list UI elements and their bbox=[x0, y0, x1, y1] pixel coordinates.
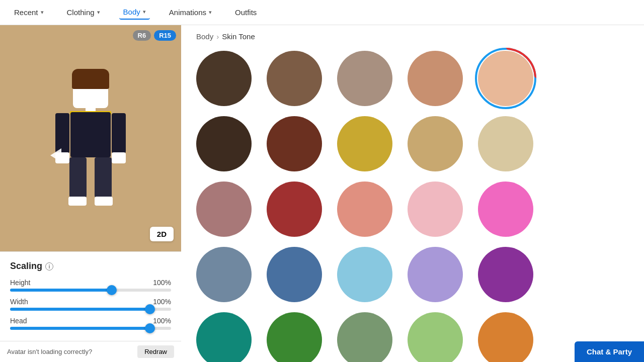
nav-body[interactable]: Body ▾ bbox=[119, 5, 150, 20]
skin-tone-swatch-dark-brown2[interactable] bbox=[196, 116, 252, 171]
chevron-down-icon: ▾ bbox=[143, 9, 146, 15]
avatar-badges: R6 R15 bbox=[133, 30, 176, 41]
main-content: R6 R15 2D bbox=[0, 25, 644, 362]
skin-tone-swatch-peach[interactable] bbox=[478, 51, 533, 106]
head-slider-thumb bbox=[145, 323, 155, 333]
skin-tone-swatch-orange[interactable] bbox=[478, 312, 533, 362]
head-slider-fill bbox=[10, 327, 150, 330]
skin-tone-swatch-medium-brown[interactable] bbox=[267, 51, 322, 106]
skin-tone-swatch-reddish-brown[interactable] bbox=[267, 116, 322, 171]
avatar-foot-right bbox=[95, 197, 113, 206]
skin-tone-swatch-gold[interactable] bbox=[337, 116, 392, 171]
redraw-button[interactable]: Redraw bbox=[137, 345, 174, 358]
skin-tone-swatch-light-tan[interactable] bbox=[478, 116, 533, 171]
avatar-panel: R6 R15 2D bbox=[0, 25, 181, 362]
avatar-hand-right bbox=[112, 152, 126, 163]
skin-tone-swatch-red[interactable] bbox=[267, 182, 322, 237]
head-slider-row: Head 100% bbox=[10, 317, 171, 330]
skin-tone-swatch-dark-brown[interactable] bbox=[196, 51, 252, 106]
skin-tone-swatch-tan2[interactable] bbox=[408, 116, 463, 171]
avatar-arm-left bbox=[55, 113, 69, 153]
avatar-leg-right bbox=[95, 157, 112, 198]
width-slider-thumb bbox=[145, 304, 155, 314]
height-slider-fill bbox=[10, 289, 112, 292]
height-label: Height bbox=[10, 279, 30, 287]
width-slider-fill bbox=[10, 308, 150, 311]
rotate-arrow-icon bbox=[50, 148, 61, 162]
skin-tone-swatch-green[interactable] bbox=[267, 312, 322, 362]
skin-tone-swatch-steel-blue[interactable] bbox=[267, 247, 322, 302]
width-slider-track[interactable] bbox=[10, 308, 171, 311]
avatar-error-text: Avatar isn't loading correctly? bbox=[7, 348, 92, 355]
avatar-character bbox=[50, 73, 131, 214]
scaling-title: Scaling i bbox=[10, 261, 171, 272]
info-icon[interactable]: i bbox=[45, 262, 53, 270]
right-panel: Body › Skin Tone bbox=[181, 25, 644, 362]
height-value: 100% bbox=[153, 279, 171, 287]
nav-recent[interactable]: Recent ▾ bbox=[10, 6, 48, 19]
skin-tone-swatch-light-pink[interactable] bbox=[408, 182, 463, 237]
skin-tone-swatch-lavender[interactable] bbox=[408, 247, 463, 302]
avatar-leg-left bbox=[69, 157, 87, 198]
chevron-down-icon: ▾ bbox=[209, 9, 212, 16]
skin-tone-swatch-gray-blue[interactable] bbox=[196, 247, 252, 302]
nav-clothing[interactable]: Clothing ▾ bbox=[63, 6, 104, 19]
skin-tone-swatch-salmon[interactable] bbox=[337, 182, 392, 237]
avatar-viewport[interactable]: 2D bbox=[0, 25, 181, 251]
height-slider-track[interactable] bbox=[10, 289, 171, 292]
skin-tone-swatch-mauve[interactable] bbox=[196, 182, 252, 237]
skin-tone-swatch-tan[interactable] bbox=[408, 51, 463, 106]
skin-tone-swatch-sage[interactable] bbox=[337, 312, 392, 362]
breadcrumb: Body › Skin Tone bbox=[181, 25, 644, 46]
chat-party-button[interactable]: Chat & Party bbox=[575, 341, 644, 362]
head-slider-track[interactable] bbox=[10, 327, 171, 330]
width-label: Width bbox=[10, 298, 28, 306]
skin-tone-swatch-light-blue[interactable] bbox=[337, 247, 392, 302]
skin-tone-grid bbox=[181, 46, 644, 362]
skin-tone-swatch-hot-pink[interactable] bbox=[478, 182, 533, 237]
chevron-down-icon: ▾ bbox=[97, 9, 100, 16]
badge-r15[interactable]: R15 bbox=[154, 30, 176, 41]
height-slider-thumb bbox=[107, 285, 117, 295]
width-slider-row: Width 100% bbox=[10, 298, 171, 311]
avatar-foot-left bbox=[68, 197, 87, 206]
height-slider-row: Height 100% bbox=[10, 279, 171, 292]
breadcrumb-parent[interactable]: Body bbox=[196, 32, 213, 41]
chevron-down-icon: ▾ bbox=[41, 9, 44, 16]
skin-tone-swatch-gray-beige[interactable] bbox=[337, 51, 392, 106]
nav-animations[interactable]: Animations ▾ bbox=[165, 6, 216, 19]
top-navigation: Recent ▾ Clothing ▾ Body ▾ Animations ▾ … bbox=[0, 0, 644, 25]
width-value: 100% bbox=[153, 298, 171, 306]
head-label: Head bbox=[10, 317, 27, 325]
scaling-section: Scaling i Height 100% Width 100% bbox=[0, 251, 181, 341]
breadcrumb-current: Skin Tone bbox=[222, 32, 255, 41]
badge-r6[interactable]: R6 bbox=[133, 30, 151, 41]
avatar-arm-right bbox=[112, 113, 126, 153]
2d-toggle-button[interactable]: 2D bbox=[150, 227, 174, 241]
skin-tone-swatch-light-green[interactable] bbox=[408, 312, 463, 362]
avatar-hair bbox=[72, 69, 109, 89]
breadcrumb-separator: › bbox=[216, 32, 219, 41]
avatar-error-bar: Avatar isn't loading correctly? Redraw bbox=[0, 341, 181, 362]
nav-outfits[interactable]: Outfits bbox=[231, 6, 261, 19]
skin-tone-swatch-teal[interactable] bbox=[196, 312, 252, 362]
head-value: 100% bbox=[153, 317, 171, 325]
skin-tone-swatch-purple[interactable] bbox=[478, 247, 533, 302]
avatar-torso bbox=[70, 112, 111, 157]
